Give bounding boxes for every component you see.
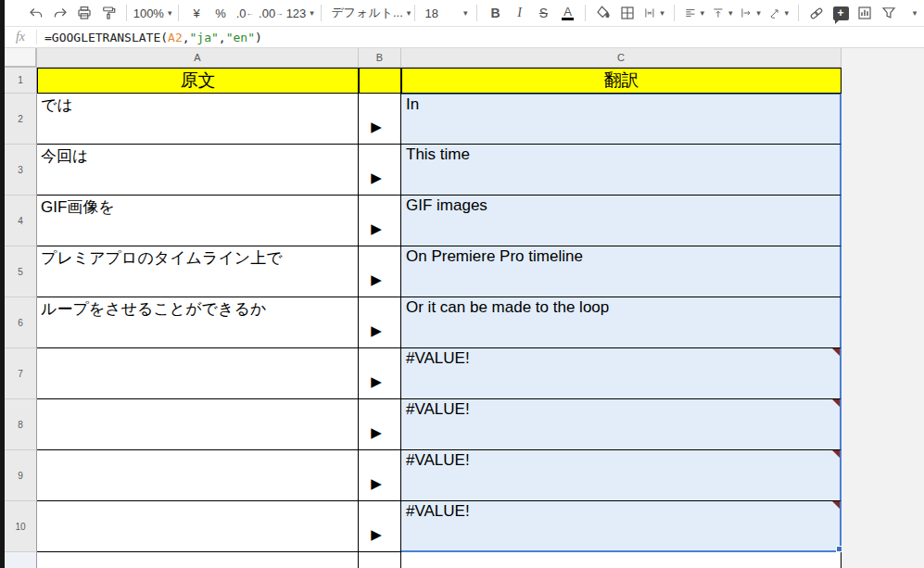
cell-original-text[interactable] bbox=[37, 348, 359, 399]
redo-icon[interactable] bbox=[49, 2, 71, 24]
cell-arrow[interactable]: ▶ bbox=[359, 246, 401, 297]
insert-comment-icon[interactable]: + bbox=[829, 2, 852, 24]
cell-original-text[interactable] bbox=[37, 399, 359, 450]
chevron-down-icon: ▾ bbox=[660, 8, 665, 18]
cell-original-text[interactable]: 今回は bbox=[37, 145, 359, 196]
cell-arrow[interactable]: ▶ bbox=[359, 297, 401, 348]
font-family-value: デフォルト... bbox=[331, 5, 402, 21]
cell-original-text[interactable] bbox=[37, 450, 359, 501]
fx-icon: fx bbox=[5, 30, 36, 44]
row-header[interactable]: 2 bbox=[5, 94, 37, 145]
row-header[interactable]: 10 bbox=[5, 501, 37, 552]
cell-arrow[interactable]: ▶ bbox=[359, 450, 401, 501]
cell-c1[interactable]: 翻訳 bbox=[401, 68, 842, 94]
text-rotation-button[interactable]: ▾ bbox=[766, 2, 791, 24]
cell-original-text[interactable]: プレミアプロのタイムライン上で bbox=[37, 246, 359, 297]
cell-original-text[interactable]: GIF画像を bbox=[37, 196, 359, 246]
insert-chart-icon[interactable] bbox=[854, 2, 876, 24]
row-header[interactable]: 4 bbox=[5, 196, 37, 246]
column-header-a[interactable]: A bbox=[37, 48, 359, 68]
cell-arrow[interactable]: ▶ bbox=[359, 399, 401, 450]
bold-button[interactable]: B bbox=[484, 2, 506, 24]
cell-arrow[interactable]: ▶ bbox=[359, 348, 401, 399]
cell-arrow[interactable]: ▶ bbox=[359, 94, 401, 145]
row-header[interactable]: 9 bbox=[5, 450, 37, 501]
column-header-c[interactable]: C bbox=[401, 48, 842, 68]
format-percent-button[interactable]: % bbox=[209, 2, 232, 24]
table-header-row: 1 原文 翻訳 bbox=[5, 68, 842, 94]
table-row: 2 では ▶ In bbox=[5, 94, 842, 145]
row-header[interactable]: 6 bbox=[5, 297, 37, 348]
divider bbox=[36, 30, 37, 44]
vertical-align-button[interactable]: ▾ bbox=[709, 2, 735, 24]
table-row: 7 ▶ #VALUE! bbox=[5, 348, 842, 399]
cell-original-text[interactable]: では bbox=[37, 94, 359, 145]
cell-arrow[interactable]: ▶ bbox=[359, 145, 401, 196]
cell-a1[interactable]: 原文 bbox=[37, 68, 359, 94]
selection-fill-handle[interactable] bbox=[836, 546, 842, 552]
formula-target-lang: "en" bbox=[226, 31, 255, 44]
translation-text: #VALUE! bbox=[406, 451, 470, 469]
cell-translation[interactable]: #VALUE! bbox=[401, 348, 842, 399]
formula-source-lang: "ja" bbox=[190, 31, 219, 44]
translation-text: #VALUE! bbox=[406, 400, 470, 418]
cell-translation[interactable]: #VALUE! bbox=[401, 450, 842, 501]
sheet-background bbox=[842, 48, 924, 568]
row-header[interactable]: 8 bbox=[5, 399, 37, 450]
cell-b1[interactable] bbox=[359, 68, 401, 94]
table-row: 6 ループをさせることができるか ▶ Or it can be made to … bbox=[5, 297, 842, 348]
filter-views-button[interactable]: ▾ bbox=[902, 2, 924, 24]
cell-translation[interactable]: On Premiere Pro timeline bbox=[401, 246, 842, 297]
cell-original-text[interactable]: ループをさせることができるか bbox=[37, 297, 359, 348]
italic-button[interactable]: I bbox=[508, 2, 530, 24]
row-header-1[interactable]: 1 bbox=[5, 68, 37, 94]
insert-link-icon[interactable] bbox=[805, 2, 828, 24]
formula-input[interactable]: =GOOGLETRANSLATE(A2,"ja","en") bbox=[44, 31, 262, 44]
cell-translation[interactable]: Or it can be made to the loop bbox=[401, 297, 842, 348]
cell-translation[interactable]: #VALUE! bbox=[401, 399, 842, 450]
column-header-b[interactable]: B bbox=[359, 48, 401, 68]
format-currency-button[interactable]: ¥ bbox=[185, 2, 208, 24]
merge-cells-button[interactable]: ▾ bbox=[640, 2, 666, 24]
row-header-11[interactable] bbox=[5, 552, 37, 568]
cell-c11[interactable] bbox=[401, 552, 842, 568]
toolbar: 100% ▾ ¥ % .0← .00→ 123 ▾ デフォルト... ▾ 18 … bbox=[5, 0, 924, 26]
text-color-button[interactable]: A bbox=[556, 2, 578, 24]
row-header[interactable]: 3 bbox=[5, 145, 37, 196]
strikethrough-button[interactable]: S bbox=[532, 2, 554, 24]
select-all-corner[interactable] bbox=[5, 48, 37, 68]
undo-icon[interactable] bbox=[25, 2, 47, 24]
cell-original-text[interactable] bbox=[37, 501, 359, 552]
cell-b11[interactable] bbox=[359, 552, 401, 568]
table-row: 8 ▶ #VALUE! bbox=[5, 399, 842, 450]
cell-arrow[interactable]: ▶ bbox=[359, 501, 401, 552]
more-formats-button[interactable]: 123 ▾ bbox=[285, 2, 314, 24]
translation-text: #VALUE! bbox=[406, 349, 470, 367]
cell-translation[interactable]: In bbox=[401, 94, 842, 145]
font-family-select[interactable]: デフォルト... ▾ bbox=[328, 2, 408, 24]
filter-icon[interactable] bbox=[878, 2, 900, 24]
formula-bar[interactable]: fx =GOOGLETRANSLATE(A2,"ja","en") bbox=[5, 26, 924, 48]
row-header[interactable]: 7 bbox=[5, 348, 37, 399]
cell-translation[interactable]: This time bbox=[401, 145, 842, 196]
text-wrap-button[interactable]: ▾ bbox=[737, 2, 763, 24]
translation-text: On Premiere Pro timeline bbox=[406, 247, 583, 265]
horizontal-align-button[interactable]: ▾ bbox=[681, 2, 707, 24]
cell-translation[interactable]: #VALUE! bbox=[401, 501, 842, 552]
translation-text: GIF images bbox=[406, 196, 487, 214]
row-header[interactable]: 5 bbox=[5, 246, 37, 297]
font-size-select[interactable]: 18 ▾ bbox=[422, 2, 470, 24]
cell-a11[interactable] bbox=[37, 552, 359, 568]
borders-icon[interactable] bbox=[616, 2, 639, 24]
paint-format-icon[interactable] bbox=[97, 2, 120, 24]
cell-translation[interactable]: GIF images bbox=[401, 196, 842, 246]
error-corner-marker bbox=[832, 450, 840, 458]
print-icon[interactable] bbox=[73, 2, 95, 24]
cell-arrow[interactable]: ▶ bbox=[359, 196, 401, 246]
fill-color-icon[interactable] bbox=[592, 2, 614, 24]
increase-decimal-button[interactable]: .00→ bbox=[258, 2, 284, 24]
decrease-decimal-button[interactable]: .0← bbox=[234, 2, 256, 24]
decrease-decimal-label: .0 bbox=[236, 6, 247, 20]
spreadsheet-grid: 1 原文 翻訳 2 では ▶ In 3 今回は ▶ This time 4 GI… bbox=[5, 68, 842, 568]
zoom-control[interactable]: 100% ▾ bbox=[133, 2, 171, 24]
